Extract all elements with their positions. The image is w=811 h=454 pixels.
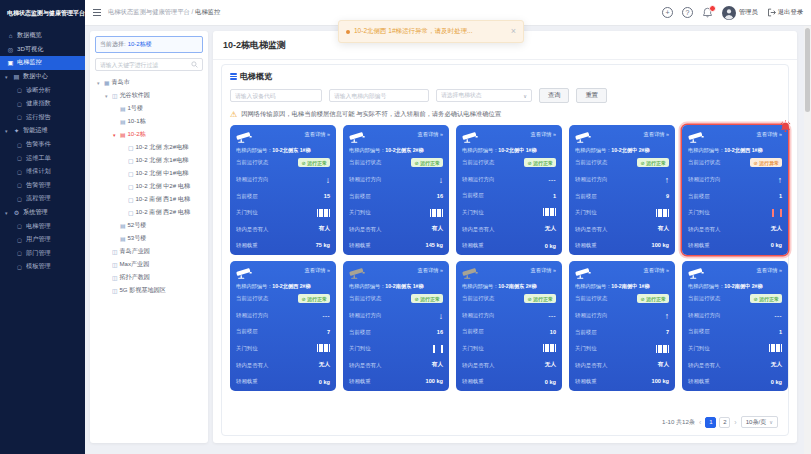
sidebar-item-6[interactable]: ▢运行报告 (0, 111, 85, 125)
header-actions: + ? 管理员 退出登录 (662, 6, 803, 20)
direction-none: --- (775, 313, 783, 319)
search-button[interactable]: 查询 (539, 88, 569, 103)
elevator-id: 电梯内部编号：10-2南侧东 1#梯 (349, 283, 443, 290)
sidebar-item-5[interactable]: ▢健康指数 (0, 97, 85, 111)
field-label: 轿内是否有人 (236, 362, 268, 369)
status-select[interactable]: 请选择电梯状态 ∨ (436, 89, 532, 102)
internal-id-input[interactable] (329, 89, 429, 102)
sidebar-item-2[interactable]: ▣电梯监控 (0, 56, 85, 70)
occupied-value: 有人 (658, 225, 669, 233)
caret-down-icon: ▾ (105, 93, 110, 99)
sidebar-item-4[interactable]: ▢诊断分析 (0, 83, 85, 97)
tree-node-11[interactable]: ▤52号楼 (95, 219, 203, 232)
current-selection-box: 当前选择: 10-2栋楼 (95, 36, 203, 53)
view-detail-link[interactable]: 查看详情 » (530, 131, 556, 138)
device-code-input[interactable] (230, 89, 322, 102)
view-detail-link[interactable]: 查看详情 » (530, 267, 556, 274)
user-menu[interactable]: 管理员 (722, 6, 758, 20)
prev-page-icon[interactable]: ‹ (699, 419, 701, 426)
elevator-card-6: 查看详情 »电梯内部编号：10-2南侧东 1#梯当前运行状态⊘ 运行正常轿厢运行… (343, 261, 449, 391)
tree-search-input[interactable] (100, 62, 189, 68)
tree-node-1[interactable]: ▾◫光谷软件园 (95, 89, 203, 102)
tree-node-10[interactable]: ▢10-2 南侧 西2# 电梯 (95, 206, 203, 219)
tree-node-8[interactable]: ▢10-2 北侧 中2# 电梯 (95, 180, 203, 193)
direction-down-icon: ↓ (439, 312, 443, 321)
next-page-icon[interactable]: › (734, 419, 736, 426)
tree-node-16[interactable]: ◫5G 影视基地园区 (95, 284, 203, 297)
floor-warning: ⚠ 因网络传输原因，电梯当前楼层信息可能 与实际不符，进入轿厢前，请务必确认电梯… (230, 110, 780, 119)
chevron-down-icon: ∨ (769, 419, 773, 425)
tree-node-5[interactable]: ▢10-2 北侧 东2#电梯 (95, 141, 203, 154)
sidebar-item-0[interactable]: ⌂数据概览 (0, 29, 85, 43)
view-detail-link[interactable]: 查看详情 » (304, 131, 330, 138)
tree-node-2[interactable]: ▤1号楼 (95, 102, 203, 115)
menu-label: 电梯管理 (26, 222, 51, 231)
field-label: 当前运行状态 (575, 159, 607, 166)
sidebar-item-12[interactable]: ▢流程管理 (0, 192, 85, 206)
notification-bell-icon[interactable] (702, 7, 713, 18)
status-select-placeholder: 请选择电梯状态 (441, 91, 482, 100)
field-label: 当前运行状态 (575, 295, 607, 302)
field-label: 轿内是否有人 (688, 362, 720, 369)
sidebar-item-16[interactable]: ▢部门管理 (0, 247, 85, 261)
field-label: 轿厢载重 (575, 242, 597, 249)
fullscreen-icon[interactable]: + (662, 7, 673, 18)
current-selection-value: 10-2栋楼 (128, 40, 152, 49)
view-detail-link[interactable]: 查看详情 » (304, 267, 330, 274)
sidebar-item-10[interactable]: ▢维保计划 (0, 165, 85, 179)
sidebar-item-8[interactable]: ▢告警事件 (0, 138, 85, 152)
sidebar-item-15[interactable]: ▢用户管理 (0, 233, 85, 247)
scrollbar-thumb[interactable] (805, 28, 810, 112)
tree-node-9[interactable]: ▢10-2 南侧 西1# 电梯 (95, 193, 203, 206)
view-detail-link[interactable]: 查看详情 » (417, 267, 443, 274)
direction-up-icon: ↑ (778, 176, 782, 185)
view-detail-link[interactable]: 查看详情 » (643, 131, 669, 138)
tree-node-3[interactable]: ▤10-1栋 (95, 115, 203, 128)
direction-none: --- (549, 177, 557, 183)
menu-icon: ✦ (13, 127, 20, 134)
tree-node-label: 10-2 北侧 东1#电梯 (135, 156, 188, 165)
sidebar-item-3[interactable]: ▾▤数据中心 (0, 70, 85, 84)
door-closed-icon (656, 345, 669, 353)
menu-label: 3D可视化 (17, 45, 43, 54)
collapse-menu-icon[interactable] (93, 9, 101, 16)
tree-node-15[interactable]: ◫拓扑产教园 (95, 271, 203, 284)
reset-button[interactable]: 重置 (576, 88, 606, 103)
sidebar-item-9[interactable]: ▢运维工单 (0, 151, 85, 165)
sidebar-item-1[interactable]: ◎3D可视化 (0, 43, 85, 57)
logout-button[interactable]: 退出登录 (767, 8, 803, 17)
sidebar-item-11[interactable]: ▢告警管理 (0, 179, 85, 193)
tree-node-14[interactable]: ◫Max产业园 (95, 258, 203, 271)
toast-close-icon[interactable]: × (511, 27, 516, 36)
floor-value: 1 (779, 329, 782, 335)
sidebar-item-7[interactable]: ▾✦智能运维 (0, 124, 85, 138)
floor-value: 16 (437, 329, 443, 335)
tree-node-6[interactable]: ▢10-2 北侧 东1#电梯 (95, 154, 203, 167)
tree-node-7[interactable]: ▢10-2 北侧 中1#电梯 (95, 167, 203, 180)
sidebar-item-14[interactable]: ▢电梯管理 (0, 219, 85, 233)
page-button-2[interactable]: 2 (719, 417, 730, 428)
page-size-select[interactable]: 10条/页 ∨ (741, 416, 778, 428)
occupied-value: 有人 (658, 361, 669, 369)
view-detail-link[interactable]: 查看详情 » (643, 267, 669, 274)
sidebar-item-17[interactable]: ▢模板管理 (0, 260, 85, 274)
sidebar: 电梯状态监测与健康管理平台 ⌂数据概览◎3D可视化▣电梯监控▾▤数据中心▢诊断分… (0, 0, 85, 454)
tree-node-13[interactable]: ◫青岛产业园 (95, 245, 203, 258)
page-button-1[interactable]: 1 (705, 417, 716, 428)
tree-node-label: 10-2 南侧 西2# 电梯 (135, 208, 190, 217)
status-badge: ⊘ 运行正常 (524, 294, 556, 303)
doc-icon: ▢ (17, 142, 23, 148)
floor-value: 7 (327, 329, 330, 335)
tree-node-4[interactable]: ▾▤10-2栋 (95, 128, 203, 141)
elevator-card-7: 查看详情 »电梯内部编号：10-2南侧东 2#梯当前运行状态⊘ 运行正常轿厢运行… (456, 261, 562, 391)
tree-node-label: 10-2栋 (127, 130, 145, 139)
view-detail-link[interactable]: 查看详情 » (756, 267, 782, 274)
tree-node-12[interactable]: ▤53号楼 (95, 232, 203, 245)
direction-up-icon: ↑ (665, 176, 669, 185)
help-icon[interactable]: ? (682, 7, 693, 18)
tree-node-icon: ▢ (128, 184, 133, 190)
tree-node-0[interactable]: ▾▦青岛市 (95, 76, 203, 89)
sidebar-item-13[interactable]: ▾⚙系统管理 (0, 206, 85, 220)
view-detail-link[interactable]: 查看详情 » (417, 131, 443, 138)
load-value: 0 kg (771, 242, 782, 248)
